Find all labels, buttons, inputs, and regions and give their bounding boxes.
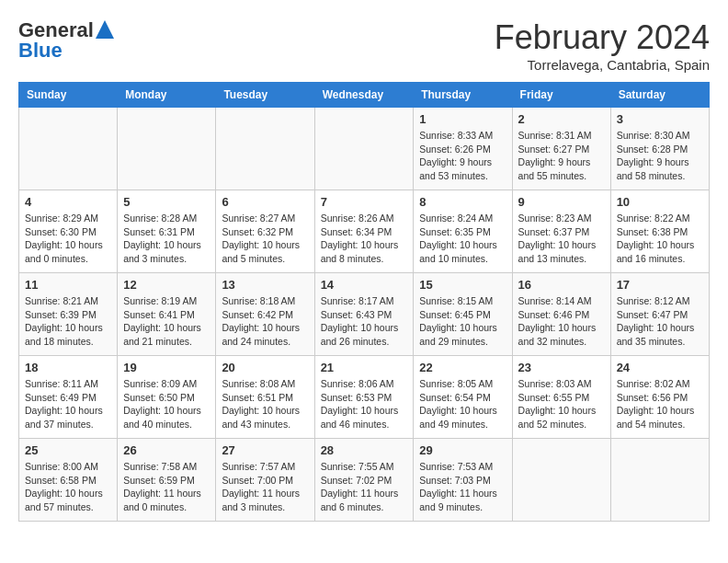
calendar-cell: 3Sunrise: 8:30 AM Sunset: 6:28 PM Daylig… bbox=[610, 108, 709, 190]
day-number: 22 bbox=[419, 361, 506, 374]
day-number: 28 bbox=[321, 443, 408, 457]
calendar-cell: 26Sunrise: 7:58 AM Sunset: 6:59 PM Dayli… bbox=[118, 439, 216, 522]
calendar-cell: 20Sunrise: 8:08 AM Sunset: 6:51 PM Dayli… bbox=[216, 356, 314, 439]
day-info: Sunrise: 8:26 AM Sunset: 6:34 PM Dayligh… bbox=[321, 212, 408, 266]
calendar-cell bbox=[610, 439, 709, 522]
calendar-cell: 14Sunrise: 8:17 AM Sunset: 6:43 PM Dayli… bbox=[314, 273, 414, 356]
calendar-cell: 1Sunrise: 8:33 AM Sunset: 6:26 PM Daylig… bbox=[414, 108, 512, 190]
calendar-cell: 22Sunrise: 8:05 AM Sunset: 6:54 PM Dayli… bbox=[414, 356, 512, 439]
calendar-cell: 24Sunrise: 8:02 AM Sunset: 6:56 PM Dayli… bbox=[610, 356, 709, 439]
day-info: Sunrise: 8:30 AM Sunset: 6:28 PM Dayligh… bbox=[617, 129, 703, 183]
day-info: Sunrise: 7:53 AM Sunset: 7:03 PM Dayligh… bbox=[419, 460, 506, 514]
calendar-cell: 21Sunrise: 8:06 AM Sunset: 6:53 PM Dayli… bbox=[314, 356, 414, 439]
calendar-cell: 8Sunrise: 8:24 AM Sunset: 6:35 PM Daylig… bbox=[414, 190, 512, 273]
day-info: Sunrise: 8:05 AM Sunset: 6:54 PM Dayligh… bbox=[419, 377, 506, 431]
calendar-cell bbox=[512, 439, 610, 522]
weekday-header-friday: Friday bbox=[512, 83, 610, 108]
day-number: 25 bbox=[25, 443, 111, 457]
day-info: Sunrise: 8:28 AM Sunset: 6:31 PM Dayligh… bbox=[123, 212, 210, 266]
day-number: 16 bbox=[518, 278, 605, 292]
day-number: 11 bbox=[25, 278, 111, 292]
day-number: 29 bbox=[419, 443, 506, 457]
calendar-cell: 11Sunrise: 8:21 AM Sunset: 6:39 PM Dayli… bbox=[19, 273, 118, 356]
day-info: Sunrise: 8:02 AM Sunset: 6:56 PM Dayligh… bbox=[617, 377, 703, 431]
day-info: Sunrise: 8:23 AM Sunset: 6:37 PM Dayligh… bbox=[518, 212, 605, 266]
day-number: 6 bbox=[222, 195, 308, 209]
day-info: Sunrise: 8:12 AM Sunset: 6:47 PM Dayligh… bbox=[617, 294, 703, 349]
calendar-cell bbox=[19, 108, 118, 190]
day-number: 1 bbox=[419, 112, 506, 126]
weekday-header-thursday: Thursday bbox=[414, 83, 512, 108]
day-info: Sunrise: 8:31 AM Sunset: 6:27 PM Dayligh… bbox=[518, 129, 605, 183]
day-info: Sunrise: 8:14 AM Sunset: 6:46 PM Dayligh… bbox=[518, 294, 605, 349]
day-number: 26 bbox=[123, 443, 210, 457]
day-number: 14 bbox=[321, 278, 408, 292]
calendar-cell bbox=[216, 108, 314, 190]
calendar-cell: 4Sunrise: 8:29 AM Sunset: 6:30 PM Daylig… bbox=[19, 190, 118, 273]
calendar-cell: 19Sunrise: 8:09 AM Sunset: 6:50 PM Dayli… bbox=[118, 356, 216, 439]
logo-triangle-icon bbox=[96, 20, 114, 39]
day-number: 7 bbox=[321, 195, 408, 209]
weekday-header-saturday: Saturday bbox=[610, 83, 709, 108]
weekday-header-sunday: Sunday bbox=[19, 83, 118, 108]
logo: General Blue bbox=[18, 18, 114, 63]
calendar-cell: 12Sunrise: 8:19 AM Sunset: 6:41 PM Dayli… bbox=[118, 273, 216, 356]
calendar-cell: 15Sunrise: 8:15 AM Sunset: 6:45 PM Dayli… bbox=[414, 273, 512, 356]
calendar-cell: 16Sunrise: 8:14 AM Sunset: 6:46 PM Dayli… bbox=[512, 273, 610, 356]
calendar-week-row: 11Sunrise: 8:21 AM Sunset: 6:39 PM Dayli… bbox=[19, 273, 710, 356]
day-number: 17 bbox=[617, 278, 703, 292]
day-number: 21 bbox=[321, 361, 408, 374]
logo-blue-text: Blue bbox=[18, 39, 63, 63]
day-info: Sunrise: 8:27 AM Sunset: 6:32 PM Dayligh… bbox=[222, 212, 308, 266]
calendar-cell: 7Sunrise: 8:26 AM Sunset: 6:34 PM Daylig… bbox=[314, 190, 414, 273]
calendar-cell: 6Sunrise: 8:27 AM Sunset: 6:32 PM Daylig… bbox=[216, 190, 314, 273]
day-info: Sunrise: 8:29 AM Sunset: 6:30 PM Dayligh… bbox=[25, 212, 111, 266]
day-info: Sunrise: 8:00 AM Sunset: 6:58 PM Dayligh… bbox=[25, 460, 111, 514]
calendar-cell: 17Sunrise: 8:12 AM Sunset: 6:47 PM Dayli… bbox=[610, 273, 709, 356]
calendar-cell: 9Sunrise: 8:23 AM Sunset: 6:37 PM Daylig… bbox=[512, 190, 610, 273]
day-info: Sunrise: 7:58 AM Sunset: 6:59 PM Dayligh… bbox=[123, 460, 210, 514]
weekday-header-wednesday: Wednesday bbox=[314, 83, 414, 108]
calendar-week-row: 25Sunrise: 8:00 AM Sunset: 6:58 PM Dayli… bbox=[19, 439, 710, 522]
day-info: Sunrise: 8:21 AM Sunset: 6:39 PM Dayligh… bbox=[25, 294, 111, 349]
calendar-cell: 28Sunrise: 7:55 AM Sunset: 7:02 PM Dayli… bbox=[314, 439, 414, 522]
day-number: 8 bbox=[419, 195, 506, 209]
weekday-header-tuesday: Tuesday bbox=[216, 83, 314, 108]
day-number: 3 bbox=[617, 112, 703, 126]
day-number: 19 bbox=[123, 361, 210, 374]
calendar-cell bbox=[314, 108, 414, 190]
day-info: Sunrise: 8:09 AM Sunset: 6:50 PM Dayligh… bbox=[123, 377, 210, 431]
calendar-cell: 10Sunrise: 8:22 AM Sunset: 6:38 PM Dayli… bbox=[610, 190, 709, 273]
day-info: Sunrise: 7:57 AM Sunset: 7:00 PM Dayligh… bbox=[222, 460, 308, 514]
month-title: February 2024 bbox=[495, 18, 710, 57]
day-info: Sunrise: 8:18 AM Sunset: 6:42 PM Dayligh… bbox=[222, 294, 308, 349]
title-block: February 2024 Torrelavega, Cantabria, Sp… bbox=[495, 18, 710, 73]
calendar-cell: 13Sunrise: 8:18 AM Sunset: 6:42 PM Dayli… bbox=[216, 273, 314, 356]
day-number: 23 bbox=[518, 361, 605, 374]
day-info: Sunrise: 8:22 AM Sunset: 6:38 PM Dayligh… bbox=[617, 212, 703, 266]
day-number: 12 bbox=[123, 278, 210, 292]
calendar-week-row: 18Sunrise: 8:11 AM Sunset: 6:49 PM Dayli… bbox=[19, 356, 710, 439]
svg-marker-0 bbox=[96, 20, 114, 39]
calendar-table: SundayMondayTuesdayWednesdayThursdayFrid… bbox=[18, 82, 710, 522]
day-number: 10 bbox=[617, 195, 703, 209]
calendar-cell: 23Sunrise: 8:03 AM Sunset: 6:55 PM Dayli… bbox=[512, 356, 610, 439]
day-info: Sunrise: 8:24 AM Sunset: 6:35 PM Dayligh… bbox=[419, 212, 506, 266]
calendar-week-row: 4Sunrise: 8:29 AM Sunset: 6:30 PM Daylig… bbox=[19, 190, 710, 273]
day-number: 9 bbox=[518, 195, 605, 209]
weekday-header-monday: Monday bbox=[118, 83, 216, 108]
day-info: Sunrise: 7:55 AM Sunset: 7:02 PM Dayligh… bbox=[321, 460, 408, 514]
day-number: 2 bbox=[518, 112, 605, 126]
day-info: Sunrise: 8:15 AM Sunset: 6:45 PM Dayligh… bbox=[419, 294, 506, 349]
day-info: Sunrise: 8:33 AM Sunset: 6:26 PM Dayligh… bbox=[419, 129, 506, 183]
calendar-cell: 18Sunrise: 8:11 AM Sunset: 6:49 PM Dayli… bbox=[19, 356, 118, 439]
day-number: 20 bbox=[222, 361, 308, 374]
calendar-cell: 5Sunrise: 8:28 AM Sunset: 6:31 PM Daylig… bbox=[118, 190, 216, 273]
day-number: 15 bbox=[419, 278, 506, 292]
day-info: Sunrise: 8:17 AM Sunset: 6:43 PM Dayligh… bbox=[321, 294, 408, 349]
calendar-cell: 2Sunrise: 8:31 AM Sunset: 6:27 PM Daylig… bbox=[512, 108, 610, 190]
day-number: 13 bbox=[222, 278, 308, 292]
day-number: 4 bbox=[25, 195, 111, 209]
day-number: 27 bbox=[222, 443, 308, 457]
calendar-cell: 27Sunrise: 7:57 AM Sunset: 7:00 PM Dayli… bbox=[216, 439, 314, 522]
